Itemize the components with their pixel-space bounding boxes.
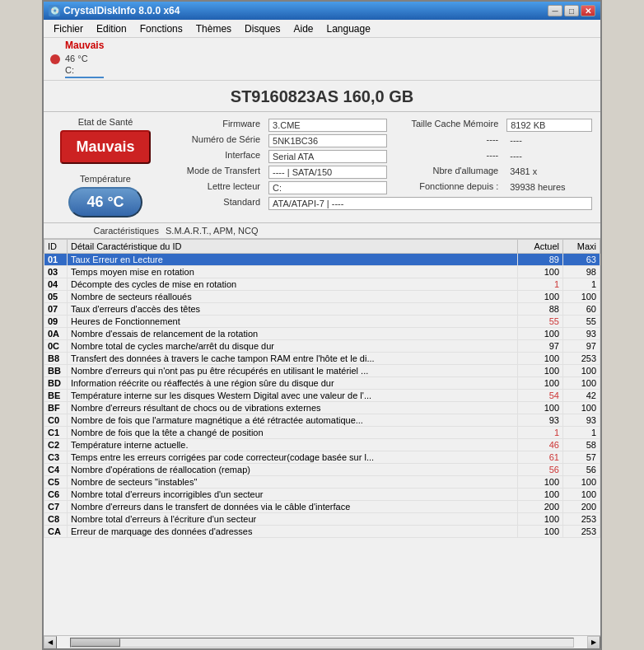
- table-row[interactable]: 05Nombre de secteurs réalloués100100: [44, 291, 600, 303]
- table-row[interactable]: CAErreur de marquage des données d'adres…: [44, 526, 600, 538]
- health-badge: Mauvais: [60, 130, 151, 164]
- cell-detail: Nombre d'erreurs qui n'ont pas pu être r…: [68, 365, 518, 377]
- window-controls: ─ □ ✕: [548, 5, 595, 16]
- cell-actuel: 100: [518, 266, 563, 278]
- cell-maxi: 57: [563, 451, 600, 464]
- menu-edition[interactable]: Edition: [90, 21, 133, 36]
- drive-letter-value: C:: [268, 181, 387, 194]
- scroll-thumb[interactable]: [71, 638, 120, 647]
- disk-title: ST9160823AS 160,0 GB: [44, 81, 600, 112]
- table-row[interactable]: C1Nombre de fois que la tête a changé de…: [44, 427, 600, 439]
- cell-actuel: 56: [518, 464, 563, 476]
- attributes-table-container[interactable]: ID Détail Caractéristique du ID Actuel M…: [44, 239, 600, 635]
- cell-id: C8: [44, 513, 68, 526]
- menu-themes[interactable]: Thèmes: [189, 21, 238, 36]
- status-indicator: [50, 54, 60, 64]
- horizontal-scrollbar[interactable]: ◀ ▶: [44, 635, 600, 648]
- cell-maxi: 100: [563, 291, 600, 303]
- status-drive: C:: [65, 64, 104, 78]
- cell-maxi: 63: [563, 254, 600, 266]
- table-row[interactable]: BFNombre d'erreurs résultant de chocs ou…: [44, 402, 600, 414]
- cell-detail: Nombre de fois que l'armature magnétique…: [68, 414, 518, 427]
- serial-value: 5NK1BC36: [268, 134, 387, 147]
- table-row[interactable]: C7Nombre d'erreurs dans le transfert de …: [44, 501, 600, 513]
- cell-detail: Information réécrite ou réaffectés à une…: [68, 377, 518, 390]
- cell-id: C5: [44, 476, 68, 489]
- table-row[interactable]: C3Temps entre les erreurs corrigées par …: [44, 451, 600, 464]
- fonctionne-label: Fonctionne depuis :: [392, 181, 502, 194]
- cell-maxi: 1: [563, 427, 600, 439]
- table-row[interactable]: 04Décompte des cycles de mise en rotatio…: [44, 278, 600, 291]
- health-panel: Etat de Santé Mauvais Température 46 °C: [52, 117, 167, 217]
- cell-maxi: 93: [563, 328, 600, 340]
- table-row[interactable]: BDInformation réécrite ou réaffectés à u…: [44, 377, 600, 390]
- allumage-value: 3481 x: [506, 166, 592, 179]
- cell-actuel: 100: [518, 353, 563, 365]
- table-row[interactable]: 09Heures de Fonctionnement5555: [44, 316, 600, 328]
- table-row[interactable]: BETempérature interne sur les disques We…: [44, 390, 600, 402]
- cell-detail: Nombre de secteurs réalloués: [68, 291, 518, 303]
- char-label: Caractéristiques: [52, 226, 159, 236]
- cell-maxi: 100: [563, 476, 600, 489]
- scroll-left-button[interactable]: ◀: [44, 636, 57, 649]
- menu-fonctions[interactable]: Fonctions: [133, 21, 189, 36]
- cell-id: 05: [44, 291, 68, 303]
- main-window: 💿 CrystalDiskInfo 8.0.0 x64 ─ □ ✕ Fichie…: [42, 0, 602, 650]
- menu-disques[interactable]: Disques: [238, 21, 287, 36]
- cell-actuel: 54: [518, 390, 563, 402]
- table-row[interactable]: C5Nombre de secteurs "instables"100100: [44, 476, 600, 489]
- cell-detail: Taux Erreur en Lecture: [68, 254, 518, 266]
- table-row[interactable]: C4Nombre d'opérations de réallocation (r…: [44, 464, 600, 476]
- cell-detail: Nombre de secteurs "instables": [68, 476, 518, 489]
- table-row[interactable]: 0ANombre d'essais de relancement de la r…: [44, 328, 600, 340]
- menu-language[interactable]: Language: [320, 21, 377, 36]
- firmware-label: Firmware: [167, 119, 264, 132]
- main-content: ST9160823AS 160,0 GB Etat de Santé Mauva…: [44, 81, 600, 648]
- health-section: Etat de Santé Mauvais Température 46 °C …: [44, 112, 600, 223]
- menu-fichier[interactable]: Fichier: [47, 21, 90, 36]
- table-row[interactable]: B8Transfert des données à travers le cac…: [44, 353, 600, 365]
- cell-actuel: 93: [518, 414, 563, 427]
- window-title: CrystalDiskInfo 8.0.0 x64: [63, 5, 180, 16]
- table-row[interactable]: BBNombre d'erreurs qui n'ont pas pu être…: [44, 365, 600, 377]
- cell-actuel: 100: [518, 489, 563, 501]
- scroll-right-button[interactable]: ▶: [587, 636, 600, 649]
- menu-bar: Fichier Edition Fonctions Thèmes Disques…: [44, 20, 600, 38]
- table-row[interactable]: C8Nombre total d'erreurs à l'écriture d'…: [44, 513, 600, 526]
- scroll-track[interactable]: [70, 638, 574, 648]
- table-row[interactable]: 03Temps moyen mise en rotation10098: [44, 266, 600, 278]
- cell-detail: Nombre d'erreurs résultant de chocs ou d…: [68, 402, 518, 414]
- cell-actuel: 100: [518, 526, 563, 538]
- table-row[interactable]: 01Taux Erreur en Lecture8963: [44, 254, 600, 266]
- cell-detail: Décompte des cycles de mise en rotation: [68, 278, 518, 291]
- cell-id: C2: [44, 439, 68, 451]
- table-row[interactable]: C2Température interne actuelle.4658: [44, 439, 600, 451]
- cell-detail: Nombre d'opérations de réallocation (rem…: [68, 464, 518, 476]
- close-button[interactable]: ✕: [581, 5, 595, 16]
- cell-maxi: 93: [563, 414, 600, 427]
- table-header-row: ID Détail Caractéristique du ID Actuel M…: [44, 240, 600, 254]
- cell-actuel: 46: [518, 439, 563, 451]
- table-row[interactable]: C6Nombre total d'erreurs incorrigibles d…: [44, 489, 600, 501]
- menu-aide[interactable]: Aide: [287, 21, 320, 36]
- cell-maxi: 200: [563, 501, 600, 513]
- cell-id: C0: [44, 414, 68, 427]
- title-bar: 💿 CrystalDiskInfo 8.0.0 x64 ─ □ ✕: [44, 2, 600, 20]
- app-icon: 💿: [49, 5, 60, 16]
- table-row[interactable]: 07Taux d'erreurs d'accès des têtes8860: [44, 303, 600, 316]
- attributes-table: ID Détail Caractéristique du ID Actuel M…: [44, 239, 600, 538]
- cell-id: B8: [44, 353, 68, 365]
- standard-label: Standard: [167, 197, 264, 210]
- cell-actuel: 100: [518, 377, 563, 390]
- minimize-button[interactable]: ─: [548, 5, 562, 16]
- maximize-button[interactable]: □: [564, 5, 579, 16]
- table-row[interactable]: 0CNombre total de cycles marche/arrêt du…: [44, 340, 600, 353]
- cell-id: BE: [44, 390, 68, 402]
- allumage-label: Nbre d'allumage: [392, 166, 502, 179]
- cell-id: BB: [44, 365, 68, 377]
- cell-detail: Température interne actuelle.: [68, 439, 518, 451]
- table-row[interactable]: C0Nombre de fois que l'armature magnétiq…: [44, 414, 600, 427]
- cell-id: 04: [44, 278, 68, 291]
- cell-id: 0A: [44, 328, 68, 340]
- cell-maxi: 56: [563, 464, 600, 476]
